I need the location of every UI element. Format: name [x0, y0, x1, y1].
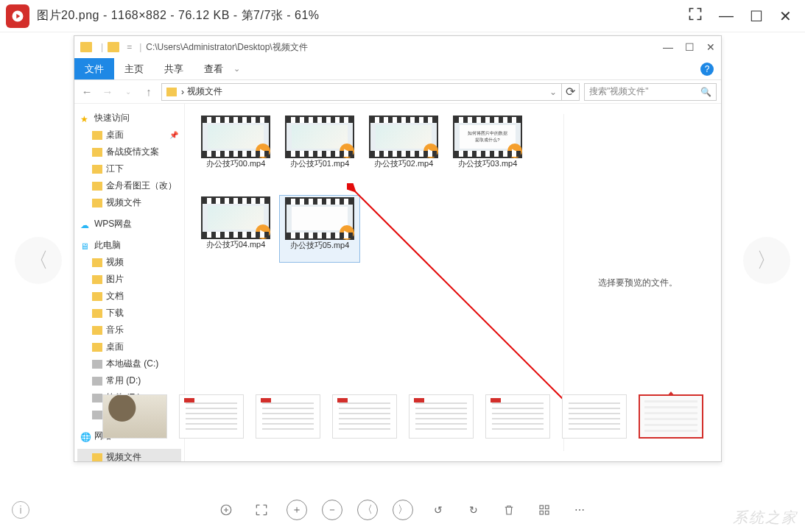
tree-item[interactable]: 本地磁盘 (C:) [77, 355, 181, 372]
tree-item[interactable]: 视频文件 [77, 194, 181, 211]
play-icon: ▶ [340, 143, 354, 158]
svg-rect-4 [545, 506, 549, 509]
tree-item[interactable]: 图片 [77, 271, 181, 288]
ribbon-tab-view[interactable]: 查看 [194, 58, 233, 79]
folder-icon [92, 292, 102, 301]
folder-icon [92, 309, 102, 318]
folder-icon [92, 453, 102, 462]
tree-item[interactable]: 金舟看图王（改） [77, 177, 181, 194]
search-icon: 🔍 [700, 87, 711, 97]
thumbnail[interactable] [102, 394, 167, 439]
rotate-left-button[interactable]: ↺ [428, 500, 449, 520]
tree-item[interactable]: 常用 (D:) [77, 372, 181, 389]
tree-this-pc[interactable]: 🖥此电脑 [77, 237, 181, 254]
file-item[interactable]: ▶办公技巧01.mp4 [279, 114, 360, 182]
folder-icon [80, 42, 92, 52]
tree-wps[interactable]: ☁WPS网盘 [77, 216, 181, 233]
rotate-right-button[interactable]: ↻ [463, 500, 484, 520]
nav-back-button[interactable]: ← [79, 85, 95, 98]
folder-icon [108, 42, 119, 52]
file-item[interactable]: 如何将图片中的数据提取成什么?▶办公技巧03.mp4 [447, 114, 528, 182]
nav-recent-button[interactable]: ⌄ [120, 88, 136, 96]
thumbnail[interactable] [179, 394, 244, 439]
tree-item[interactable]: 备战疫情文案 [77, 143, 181, 160]
drive-icon [92, 377, 102, 386]
tree-item-selected[interactable]: 视频文件 [77, 449, 181, 461]
maximize-icon[interactable]: ☐ [750, 7, 763, 25]
play-icon: ▶ [256, 224, 270, 239]
thumbnail[interactable] [256, 394, 320, 439]
close-icon[interactable]: ✕ [779, 7, 792, 25]
thumbnail[interactable] [409, 394, 474, 439]
search-input[interactable]: 搜索"视频文件" 🔍 [584, 83, 717, 101]
tree-item[interactable]: 视频 [77, 254, 181, 271]
info-button[interactable]: i [12, 501, 29, 519]
more-button[interactable]: ⋯ [569, 500, 590, 520]
play-icon: ▶ [423, 143, 438, 158]
prev-button[interactable]: 〈 [357, 500, 378, 520]
explorer-titlebar: | = | C:\Users\Administrator\Desktop\视频文… [74, 36, 721, 58]
folder-icon [166, 88, 177, 96]
explorer-path: C:\Users\Administrator\Desktop\视频文件 [146, 41, 307, 54]
thumbnail-selected[interactable] [639, 394, 703, 439]
chevron-down-icon[interactable]: ⌄ [549, 87, 557, 97]
nav-forward-button[interactable]: → [99, 85, 116, 98]
tree-quick-access[interactable]: ★快速访问 [77, 110, 181, 127]
folder-icon [92, 343, 102, 352]
file-item-selected[interactable]: ▶办公技巧05.mp4 [279, 195, 360, 263]
svg-rect-6 [545, 511, 549, 515]
viewer-titlebar: 图片20.png - 1168×882 - 76.12 KB - 第7/7张 -… [0, 0, 805, 32]
hand-tool-button[interactable] [216, 500, 236, 520]
folder-icon [92, 258, 102, 267]
zoom-out-button[interactable]: － [322, 500, 342, 520]
tree-item[interactable]: 下载 [77, 305, 181, 322]
tree-item[interactable]: 江下 [77, 160, 181, 177]
svg-rect-5 [540, 511, 544, 515]
cloud-icon: ☁ [80, 220, 91, 229]
preview-hint: 选择要预览的文件。 [598, 277, 678, 289]
prev-image-button[interactable]: 〈 [15, 237, 62, 284]
play-icon: ▶ [340, 225, 354, 240]
explorer-maximize-icon[interactable]: ☐ [685, 41, 695, 53]
thumbnail[interactable] [562, 394, 627, 439]
grid-view-button[interactable] [534, 500, 555, 520]
ribbon-tab-share[interactable]: 共享 [154, 58, 194, 79]
folder-icon [92, 199, 102, 208]
file-item[interactable]: ▶办公技巧04.mp4 [195, 195, 276, 263]
fullscreen-icon[interactable] [688, 7, 703, 25]
tree-item[interactable]: 音乐 [77, 322, 181, 338]
zoom-in-button[interactable]: ＋ [287, 500, 307, 520]
drive-icon [92, 360, 102, 369]
pc-icon: 🖥 [80, 241, 91, 250]
refresh-button[interactable]: ⟳ [562, 83, 580, 101]
breadcrumb[interactable]: › 视频文件 ⌄ [161, 83, 562, 101]
minimize-icon[interactable]: ― [719, 7, 734, 24]
explorer-minimize-icon[interactable]: ― [663, 41, 673, 53]
explorer-address-bar: ← → ⌄ ↑ › 视频文件 ⌄ ⟳ 搜索"视频文件" 🔍 [74, 80, 721, 104]
svg-rect-3 [540, 506, 544, 509]
file-item[interactable]: ▶办公技巧02.mp4 [363, 114, 444, 182]
next-button[interactable]: 〉 [393, 500, 413, 520]
thumbnail-strip [0, 389, 805, 444]
folder-icon [92, 182, 102, 191]
thumbnail[interactable] [332, 394, 397, 439]
explorer-close-icon[interactable]: ✕ [706, 41, 715, 53]
delete-button[interactable] [499, 500, 519, 520]
tree-item[interactable]: 桌面📌 [77, 127, 181, 143]
help-icon[interactable]: ? [700, 63, 714, 76]
tree-item[interactable]: 桌面 [77, 338, 181, 355]
ribbon-collapse-icon[interactable]: ⌄ [233, 64, 240, 74]
tree-item[interactable]: 文档 [77, 288, 181, 305]
fit-button[interactable] [251, 500, 272, 520]
folder-icon [92, 326, 102, 335]
folder-icon [92, 275, 102, 284]
ribbon-tab-file[interactable]: 文件 [74, 58, 114, 79]
nav-up-button[interactable]: ↑ [141, 85, 157, 98]
search-placeholder: 搜索"视频文件" [589, 85, 649, 98]
file-item[interactable]: ▶办公技巧00.mp4 [195, 114, 276, 182]
breadcrumb-folder: 视频文件 [187, 85, 222, 98]
viewer-window-controls: ― ☐ ✕ [688, 7, 805, 25]
thumbnail[interactable] [485, 394, 550, 439]
ribbon-tab-home[interactable]: 主页 [114, 58, 154, 79]
next-image-button[interactable]: 〉 [743, 237, 790, 284]
